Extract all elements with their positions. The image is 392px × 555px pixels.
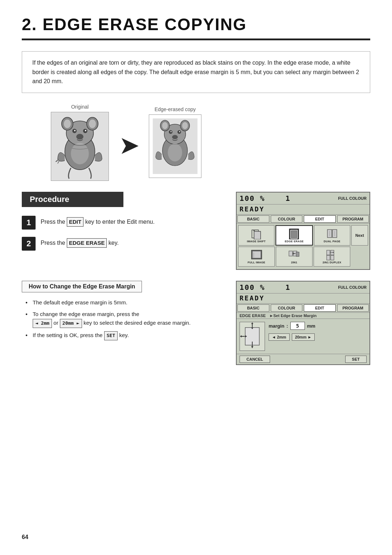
svg-point-29 [172, 135, 178, 139]
lcd2-cancel-set-row: CANCEL SET [237, 354, 369, 364]
step-2-text: Press the EDGE ERASE key. [41, 236, 119, 248]
btn-cancel[interactable]: CANCEL [240, 356, 270, 363]
lcd1-icons-section: IMAGE SHIFT EDGE ERASE [237, 224, 369, 269]
margin-label: margin [269, 323, 284, 329]
2in1-duplex-icon [326, 249, 338, 260]
lcd2-edge-erase-label: EDGE ERASE [240, 313, 266, 318]
lcd1-image-shift[interactable]: IMAGE SHIFT [238, 225, 274, 246]
lcd1-status: FULL COLOUR [338, 196, 367, 200]
full-image-icon [251, 249, 262, 260]
2in1-icon [289, 249, 300, 260]
lcd1-dual-page[interactable]: DUAL PAGE [314, 225, 350, 246]
lcd2-count: 1 [285, 283, 290, 292]
lcd1-image-shift-label: IMAGE SHIFT [247, 240, 266, 243]
svg-point-23 [162, 122, 168, 129]
step-1-number: 1 [22, 216, 36, 230]
lcd1-next-spacer [351, 247, 368, 267]
page-number: 64 [22, 534, 28, 540]
bullet-1: The default edge erase margin is 5mm. [25, 298, 225, 307]
lcd2-tab-basic[interactable]: BASIC [237, 304, 269, 312]
svg-point-9 [74, 130, 75, 131]
step-2-number: 2 [22, 237, 36, 251]
lcd2-set-margin-label: ►Set Edge Erase Margin [269, 313, 317, 318]
edge-erased-image [149, 114, 201, 178]
svg-rect-47 [296, 252, 299, 256]
btn-set[interactable]: SET [345, 356, 367, 363]
lcd1-next[interactable]: Next [351, 225, 368, 246]
lcd2-margin-area: margin : 5 mm ◄ 2mm 20mm ► [237, 319, 369, 354]
key-20mm: 20mm ► [60, 319, 82, 328]
lcd1-2in1-label: 2IN1 [291, 261, 297, 264]
lcd2-tab-edit[interactable]: EDIT [304, 304, 336, 312]
lcd1-tab-basic[interactable]: BASIC [237, 215, 269, 223]
lcd1-percent: 100 % [240, 194, 265, 203]
lcd2-percent: 100 % [240, 283, 265, 292]
btn-2mm[interactable]: ◄ 2mm [269, 333, 290, 341]
lcd1-top-bar: 100 % 1 FULL COLOUR [237, 193, 369, 204]
lcd2-status: FULL COLOUR [338, 285, 367, 289]
lcd1-edge-erase[interactable]: EDGE ERASE [275, 225, 313, 246]
how-to-section: How to Change the Edge Erase Margin The … [22, 281, 370, 365]
lcd1-percent-count: 100 % 1 [240, 194, 290, 203]
lcd2-tab-colour[interactable]: COLOUR [271, 304, 303, 312]
lcd2-margin-controls: margin : 5 mm ◄ 2mm 20mm ► [269, 322, 367, 351]
lcd1-tab-program[interactable]: PROGRAM [337, 215, 369, 223]
edge-erased-image-container: Edge-erased copy [149, 106, 201, 178]
lcd2-doc-icon [240, 322, 265, 351]
svg-rect-51 [331, 255, 334, 260]
lcd1-2in1[interactable]: 2IN1 [276, 247, 313, 267]
svg-rect-32 [254, 231, 261, 239]
procedure-header: Procedure [22, 192, 123, 207]
edge-erased-koala-svg [149, 115, 201, 178]
svg-point-5 [64, 119, 71, 128]
btn-20mm[interactable]: 20mm ► [292, 333, 315, 341]
lcd1-edge-erase-label: EDGE ERASE [285, 240, 303, 243]
step-2: 2 Press the EDGE ERASE key. [22, 236, 225, 251]
how-to-steps: How to Change the Edge Erase Margin The … [22, 281, 225, 365]
images-row: Original [22, 104, 370, 181]
original-image-container: Original [51, 104, 109, 181]
intro-text: If the edges of an original are torn or … [32, 58, 360, 86]
procedure-section: Procedure 1 Press the EDIT key to enter … [22, 192, 370, 270]
lcd1-ready: READY [237, 204, 369, 215]
lcd1-full-image[interactable]: FULL IMAGE [238, 247, 275, 267]
lcd2-percent-count: 100 % 1 [240, 283, 290, 292]
page-title: 2. EDGE ERASE COPYING [22, 15, 370, 40]
procedure-steps: Procedure 1 Press the EDIT key to enter … [22, 192, 225, 270]
lcd1-tab-colour[interactable]: COLOUR [271, 215, 303, 223]
margin-unit: mm [307, 323, 315, 329]
key-2mm: ◄ 2mm [33, 319, 52, 328]
lcd1-2in1-duplex[interactable]: 2IN1 DUPLEX [314, 247, 350, 267]
step-1: 1 Press the EDIT key to enter the Edit m… [22, 215, 225, 230]
svg-rect-41 [252, 251, 261, 258]
svg-point-28 [179, 131, 180, 132]
lcd2-tab-program[interactable]: PROGRAM [337, 304, 369, 312]
lcd1-row2: FULL IMAGE [238, 247, 368, 267]
lcd2-top-bar: 100 % 1 FULL COLOUR [237, 281, 369, 293]
svg-point-15 [71, 143, 89, 164]
svg-point-30 [168, 143, 182, 161]
svg-point-6 [89, 119, 96, 128]
svg-point-11 [76, 134, 83, 139]
lcd-display-1: 100 % 1 FULL COLOUR READY BASIC COLOUR E… [236, 192, 370, 270]
svg-rect-50 [327, 255, 330, 260]
lcd2-edge-erase-bar: EDGE ERASE ►Set Edge Erase Margin [237, 313, 369, 319]
svg-marker-54 [240, 335, 242, 337]
original-image [51, 112, 109, 181]
svg-point-24 [182, 122, 188, 129]
original-label: Original [71, 104, 89, 110]
lcd1-full-image-label: FULL IMAGE [248, 261, 265, 264]
step-1-text: Press the EDIT key to enter the Edit men… [41, 215, 155, 227]
bullet-3: If the setting is OK, press the SET key. [25, 331, 225, 340]
lcd1-tab-edit[interactable]: EDIT [304, 215, 336, 223]
lcd2-tabs: BASIC COLOUR EDIT PROGRAM [237, 304, 369, 313]
margin-value-row: margin : 5 mm [269, 322, 367, 330]
margin-doc-svg [240, 322, 265, 351]
bullet-list: The default edge erase margin is 5mm. To… [22, 298, 225, 340]
arrow-icon: ➤ [120, 135, 138, 157]
lcd1-2in1-duplex-label: 2IN1 DUPLEX [323, 261, 342, 264]
edge-erase-key: EDGE ERASE [67, 238, 107, 248]
key-set: SET [104, 331, 118, 340]
margin-colon: : [286, 323, 288, 329]
svg-point-27 [171, 131, 172, 132]
